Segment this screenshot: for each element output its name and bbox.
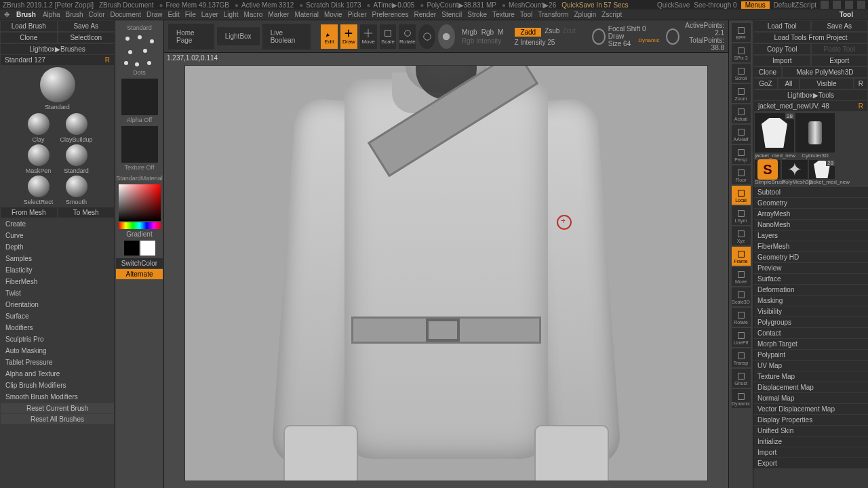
brush-palette-title[interactable]: Brush: [16, 11, 36, 18]
rgb-intensity-label[interactable]: Rgb Intensity: [462, 37, 504, 45]
from-mesh-button[interactable]: From Mesh: [1, 207, 57, 218]
dynamic-toggle[interactable]: Dynamic: [638, 37, 659, 43]
tool-section-deformation[interactable]: Deformation: [753, 285, 868, 295]
rail-move-button[interactable]: Move: [732, 267, 751, 286]
mrgb-button[interactable]: Mrgb: [462, 28, 477, 36]
menu-file[interactable]: File: [185, 11, 196, 18]
lightbox-brushes-button[interactable]: Lightbox▶Brushes: [1, 44, 114, 54]
gizmo-button[interactable]: [418, 24, 435, 49]
menu-stencil[interactable]: Stencil: [441, 11, 462, 18]
load-tools-project-button[interactable]: Load Tools From Project: [754, 33, 867, 43]
rail-rotate-button[interactable]: Rotate: [732, 308, 751, 327]
brush-section-auto-masking[interactable]: Auto Masking: [0, 345, 115, 357]
rail-frame-button[interactable]: Frame: [732, 247, 751, 266]
lightbox-tools-button[interactable]: Lightbox▶Tools: [754, 90, 867, 100]
clone-tool-button[interactable]: Clone: [754, 67, 781, 77]
menu-draw[interactable]: Draw: [146, 11, 162, 18]
swatch-black[interactable]: [124, 241, 139, 256]
menu-transform[interactable]: Transform: [538, 11, 568, 18]
tool-thumb-cylinder[interactable]: [795, 113, 835, 152]
z-intensity-slider[interactable]: Z Intensity 25: [514, 39, 575, 46]
menu-document[interactable]: Document: [111, 11, 142, 18]
brush-section-depth[interactable]: Depth: [0, 241, 115, 253]
rail-lineplf-button[interactable]: LinePlf: [732, 328, 751, 347]
hue-bar[interactable]: [119, 222, 161, 229]
tool-slider[interactable]: jacket_med_newUV. 48 R: [754, 101, 867, 111]
brush-section-curve[interactable]: Curve: [0, 230, 115, 241]
brush-thumb-standard[interactable]: Standard: [39, 67, 76, 110]
rail-spix-3-button[interactable]: SPix 3: [732, 43, 751, 62]
menu-render[interactable]: Render: [414, 11, 436, 18]
stroke-thumb[interactable]: Standard: [119, 23, 160, 31]
m-button[interactable]: M: [498, 28, 503, 36]
menu-light[interactable]: Light: [224, 11, 239, 18]
texture-thumb[interactable]: Texture Off: [119, 126, 160, 171]
rail-ghost-button[interactable]: Ghost: [732, 369, 751, 388]
tool-section-uv-map[interactable]: UV Map: [753, 361, 868, 371]
restore-icon[interactable]: [845, 1, 853, 9]
brush-thumb-selectrect[interactable]: SelectRect: [20, 176, 57, 205]
tool-section-displacement-map[interactable]: Displacement Map: [753, 382, 868, 392]
menu-texture[interactable]: Texture: [492, 11, 515, 18]
home-page-button[interactable]: Home Page: [168, 24, 214, 49]
rail-persp-button[interactable]: Persp: [732, 145, 751, 164]
rail-lsym-button[interactable]: LSym: [732, 206, 751, 225]
scale-mode-button[interactable]: Scale: [380, 24, 397, 49]
canvas-area[interactable]: 1.237,1.02,0.114: [164, 53, 728, 488]
menu-color[interactable]: Color: [89, 11, 105, 18]
rail-floor-button[interactable]: Floor: [732, 165, 751, 184]
zsub-button[interactable]: Zsub: [545, 27, 559, 37]
sculptris-button[interactable]: [438, 24, 455, 49]
tool-thumb-jacket2[interactable]: 28: [809, 160, 835, 179]
tool-section-normal-map[interactable]: Normal Map: [753, 393, 868, 403]
tool-thumb-polymesh[interactable]: ✦: [782, 160, 808, 179]
tool-section-preview[interactable]: Preview: [753, 263, 868, 273]
goz-r-button[interactable]: R: [854, 79, 867, 89]
tool-section-surface[interactable]: Surface: [753, 274, 868, 284]
dots-thumb[interactable]: Dots: [119, 34, 160, 76]
brush-section-clip-brush-modifiers[interactable]: Clip Brush Modifiers: [0, 380, 115, 391]
default-zscript[interactable]: DefaultZScript: [774, 1, 816, 9]
reset-all-brushes-button[interactable]: Reset All Brushes: [1, 414, 114, 424]
rail-dynamic-button[interactable]: Dynamic: [732, 389, 751, 408]
tool-section-unified-skin[interactable]: Unified Skin: [753, 426, 868, 436]
switchcolor-button[interactable]: SwitchColor: [116, 258, 163, 268]
edit-mode-button[interactable]: Edit: [321, 24, 338, 49]
load-brush-button[interactable]: Load Brush: [1, 21, 57, 31]
brush-section-alpha-and-texture[interactable]: Alpha and Texture: [0, 368, 115, 380]
tool-section-masking[interactable]: Masking: [753, 296, 868, 306]
menu-layer[interactable]: Layer: [201, 11, 218, 18]
brush-section-surface[interactable]: Surface: [0, 310, 115, 322]
tool-section-arraymesh[interactable]: ArrayMesh: [753, 209, 868, 219]
tool-section-geometry-hd[interactable]: Geometry HD: [753, 252, 868, 262]
quicksave-button[interactable]: QuickSave: [657, 1, 690, 9]
to-mesh-button[interactable]: To Mesh: [58, 207, 115, 218]
menu-movie[interactable]: Movie: [324, 11, 342, 18]
draw-size-slider[interactable]: Draw Size 64: [608, 33, 635, 47]
paste-tool-button[interactable]: Paste Tool: [812, 44, 868, 54]
menu-zplugin[interactable]: Zplugin: [574, 11, 597, 18]
tool-section-polygroups[interactable]: Polygroups: [753, 317, 868, 327]
rail-local-button[interactable]: Local: [732, 186, 751, 205]
live-boolean-button[interactable]: Live Boolean: [262, 24, 311, 49]
menu-stroke[interactable]: Stroke: [467, 11, 487, 18]
lightbox-button[interactable]: LightBox: [217, 27, 260, 45]
brush-thumb-maskpen[interactable]: MaskPen: [20, 144, 57, 174]
tool-section-texture-map[interactable]: Texture Map: [753, 371, 868, 382]
menu-zscript[interactable]: Zscript: [601, 11, 622, 18]
tool-section-initialize[interactable]: Initialize: [753, 436, 868, 447]
tool-section-import[interactable]: Import: [753, 447, 868, 458]
brush-section-orientation[interactable]: Orientation: [0, 299, 115, 310]
swatch-white[interactable]: [140, 241, 155, 256]
rail-actual-button[interactable]: Actual: [732, 104, 751, 123]
brush-section-create[interactable]: Create: [0, 218, 115, 230]
make-polymesh-button[interactable]: Make PolyMesh3D: [783, 67, 867, 77]
brush-section-smooth-brush-modifiers[interactable]: Smooth Brush Modifiers: [0, 391, 115, 403]
selecticon-button[interactable]: SelectIcon: [58, 33, 115, 43]
saveas-brush-button[interactable]: Save As: [58, 21, 115, 31]
reset-current-brush-button[interactable]: Reset Current Brush: [1, 403, 114, 413]
tool-section-export[interactable]: Export: [753, 458, 868, 468]
tool-section-vector-displacement-map[interactable]: Vector Displacement Map: [753, 404, 868, 414]
tool-thumb-jacket[interactable]: 28: [755, 113, 794, 152]
maximize-icon[interactable]: [833, 1, 841, 9]
